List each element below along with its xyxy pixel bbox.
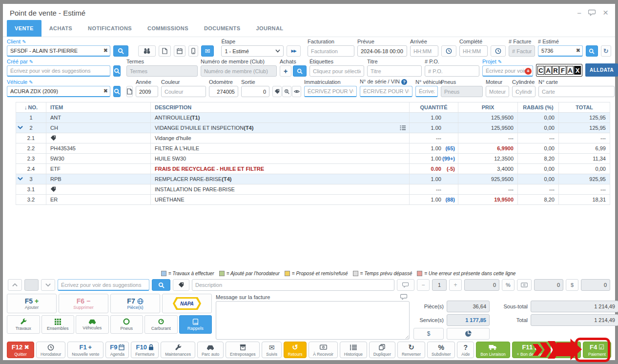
table-row[interactable]: 3.2 ER URÉTHANE 1.00(88) 19,9500 8,20 18… [16,195,610,205]
table-row[interactable]: 1 ANT ANTIROUILLE (T1) 1.00 125,9500 0,0… [16,113,610,123]
complete-clock-button[interactable] [491,45,506,57]
help-icon[interactable]: ? [401,79,407,85]
complete-input[interactable] [459,45,488,57]
tab-journal[interactable]: JOURNAL [248,20,291,37]
email-button[interactable]: ✉ [201,45,214,57]
binoculars-button[interactable] [138,45,156,57]
horodateur-button[interactable]: Horodateur [36,342,65,358]
invoice-message-textarea[interactable] [216,302,409,339]
titre-input[interactable] [367,65,422,77]
immatriculation-input[interactable] [304,86,357,97]
chevron-down-icon[interactable] [18,177,23,181]
tab-vente[interactable]: VENTE [7,20,41,37]
subdiviser-button[interactable]: % Subdiviser [427,342,455,358]
ajouter-button[interactable]: F5+ Ajouter [7,294,57,313]
table-row[interactable]: 3.1 INSTALLATION DE PARE-BRISE --- --- -… [16,184,610,195]
vehicule-note-button[interactable] [126,86,133,97]
parc-auto-button[interactable]: Parc auto [197,342,224,358]
refresh-button[interactable]: ↻ [601,45,611,57]
estime-button[interactable]: ☑ Estimé [553,342,581,358]
travaux-button[interactable]: Travaux [7,315,40,334]
skip-step-button[interactable]: ▶▶ [287,45,301,57]
achats-search-button[interactable] [293,65,307,77]
projet-label[interactable]: Projet ✎ [482,59,533,64]
cash-button[interactable] [517,279,532,291]
cree-par-input[interactable] [7,65,110,77]
etiquettes-input[interactable] [309,65,364,77]
arrivee-clock-button[interactable] [441,45,456,57]
annee-input[interactable] [136,86,158,97]
moteur-input[interactable] [486,86,509,97]
bon-livraison-button[interactable]: Bon Livraison [476,342,510,358]
table-row[interactable]: 2.3 5W30 HUILE 5W30 1.00(99+) 12,3500 8,… [16,154,610,164]
table-row[interactable]: 2.2 PH435345 FILTRE À L'HUILE 1.00(65) 6… [16,143,610,154]
agenda-button[interactable]: F9 Agenda [105,342,129,358]
table-row[interactable]: 2.1 Vidange d'huile --- --- --- --- [16,133,610,143]
a-recevoir-button[interactable]: À Recevoir [309,342,337,358]
clear-icon[interactable]: ✖ [103,88,108,94]
table-row[interactable]: 3 RPB REMPLACER PARE-BRISE (T4) 1.00 925… [16,174,610,184]
vehicule-input[interactable] [7,86,110,97]
couleur-input[interactable] [161,86,206,97]
speech-bubble-icon[interactable] [400,294,408,300]
clear-icon[interactable]: ✖ [103,47,108,54]
add-project-icon[interactable]: + [525,68,532,75]
quitter-button[interactable]: F12✖ Quitter [7,342,34,358]
maintenances-button[interactable]: Maintenances [161,342,195,358]
vehicle-eye-button[interactable] [292,86,301,97]
cree-par-search-button[interactable] [113,65,121,77]
chevron-down-icon[interactable] [18,125,23,129]
ensembles-button[interactable]: Ensembles [41,315,75,334]
sort-icon[interactable]: ↓ [24,104,27,110]
facturation-input[interactable] [308,45,354,57]
tab-commissions[interactable]: COMMISSIONS [140,20,196,37]
move-up-button[interactable] [8,279,22,291]
arrivee-input[interactable] [410,45,438,57]
napa-button[interactable]: NAPA [162,294,212,313]
item-search-button[interactable] [152,279,170,291]
list-icon[interactable] [400,125,406,131]
cree-par-label[interactable]: Créé par ✎ [7,59,110,64]
vehicule-search-button[interactable] [113,86,121,97]
clear-icon[interactable]: ✖ [576,47,580,54]
pneus-button[interactable]: Pneus [110,315,144,334]
table-row[interactable]: 2 CH VIDANGE D'HUILE ET INSPECTION (T4) … [16,123,610,133]
minimize-icon[interactable]: − [577,9,581,17]
item-comment-button[interactable] [397,279,414,291]
pieces-button[interactable]: F7 Pièce(s) [110,294,160,313]
client-label[interactable]: Client ✎ [7,39,110,44]
dupliquer-button[interactable]: Dupliquer [369,342,395,358]
note-button[interactable] [159,45,171,57]
entreposages-button[interactable]: Entreposages [226,342,260,358]
move-down-button[interactable] [41,279,55,291]
dollar-button[interactable]: $ [566,279,578,291]
calendar-button[interactable] [174,45,186,57]
vin-input[interactable] [360,86,412,97]
achats-add-button[interactable]: + [280,65,291,77]
alldata-button[interactable]: ALLDATA [585,63,618,77]
chat-bubble-icon[interactable] [588,9,596,16]
item-tag-button[interactable] [173,279,189,291]
vehicules-button[interactable]: Véhicules [76,315,109,334]
carburant-button[interactable]: Carburant [144,315,178,334]
carfax-button[interactable]: CARFAX [536,64,582,77]
percent-button[interactable]: % [502,279,515,291]
renverser-button[interactable]: ↻ Renverser [397,342,425,358]
paiement-button[interactable]: F4☑ Paiement [583,342,611,358]
rappels-button[interactable]: Rappels [179,315,212,334]
pie-chart-button[interactable] [447,328,490,340]
historique-button[interactable]: Historique [340,342,367,358]
odometre-input[interactable] [209,86,238,97]
client-input[interactable] [7,45,110,57]
prevue-input[interactable] [357,45,407,57]
fermeture-button[interactable]: F10 Fermeture [131,342,159,358]
close-icon[interactable]: × [603,7,608,18]
bon-de-travail-button[interactable]: F11 + Bon de travail [512,342,551,358]
qty-minus-button[interactable]: − [417,279,430,291]
po-input[interactable] [425,65,479,77]
item-suggestion-input[interactable] [58,279,149,291]
cylindree-input[interactable] [512,86,536,97]
suivis-button[interactable]: ✉ Suivis [262,342,281,358]
sortie-input[interactable] [241,86,269,97]
qty-plus-button[interactable]: + [449,279,462,291]
